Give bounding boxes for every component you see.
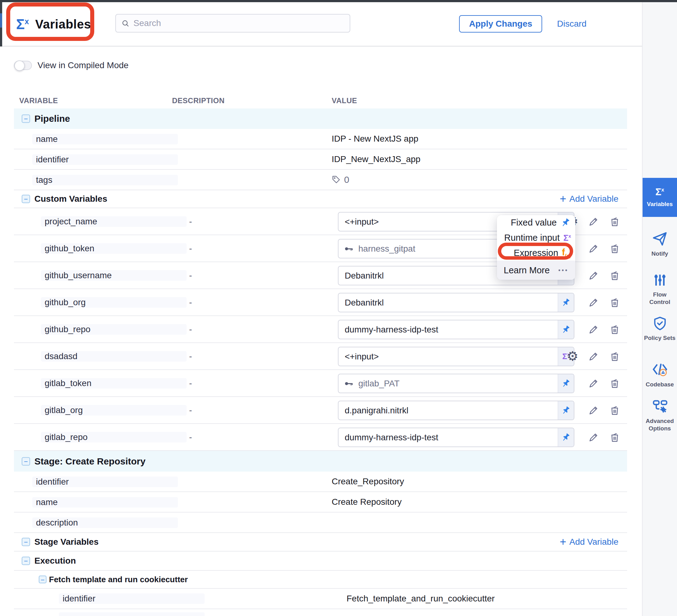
settings-button[interactable]: ⚙ (566, 349, 579, 363)
value-input[interactable]: d.panigrahi.nitrkl (338, 400, 574, 420)
variable-description: - (189, 432, 192, 442)
page-title: Variables (35, 17, 91, 31)
delete-button[interactable] (608, 404, 622, 417)
delete-button[interactable] (608, 376, 622, 390)
window-top-edge (0, 0, 677, 2)
code-warning-icon (651, 361, 668, 378)
variable-name: identifier (59, 594, 205, 604)
pencil-icon (588, 216, 599, 228)
pin-icon (561, 325, 571, 335)
compiled-mode-toggle[interactable] (14, 61, 32, 70)
pencil-icon (588, 243, 599, 254)
variable-name: github_token (41, 243, 187, 254)
variable-name: description (32, 517, 178, 528)
sidebar-item-notify[interactable]: Notify (643, 231, 677, 257)
column-header-description: DESCRIPTION (172, 96, 225, 105)
sidebar-item-variables[interactable]: Σx Variables (643, 178, 677, 217)
compiled-mode-label: View in Compiled Mode (38, 60, 129, 70)
value-input[interactable]: gitlab_PAT (338, 374, 574, 393)
add-variable-button[interactable]: +Add Variable (560, 536, 619, 548)
edit-button[interactable] (587, 376, 600, 390)
gear-icon: ⚙ (567, 350, 578, 363)
variable-name: github_username (41, 270, 187, 281)
section-label: Pipeline (34, 113, 70, 124)
delete-button[interactable] (608, 215, 622, 228)
search-box[interactable] (115, 14, 350, 33)
search-input[interactable] (134, 18, 344, 28)
learn-more-button[interactable]: Learn More ••• (497, 260, 575, 280)
edit-button[interactable] (587, 349, 600, 363)
input-type-chip[interactable] (558, 401, 574, 420)
panel-header: Σx Variables Apply Changes Discard (0, 2, 642, 46)
edit-button[interactable] (587, 242, 600, 255)
pin-icon (561, 379, 571, 388)
collapse-icon[interactable]: − (22, 557, 30, 565)
trash-icon (609, 350, 621, 362)
variable-value: Create Repository (332, 497, 402, 507)
pencil-icon (588, 350, 599, 362)
collapse-icon[interactable]: − (22, 457, 30, 465)
menu-item-runtime-input[interactable]: Runtime input Σx (497, 230, 575, 245)
edit-button[interactable] (587, 404, 600, 417)
edit-button[interactable] (587, 269, 600, 282)
collapse-icon[interactable]: − (22, 195, 30, 203)
section-label: Fetch template and run cookiecutter (49, 575, 188, 584)
trash-icon (609, 243, 621, 254)
plus-icon: + (560, 536, 566, 548)
section-stage-variables: − Stage Variables +Add Variable (14, 533, 627, 552)
pencil-icon (588, 377, 599, 389)
variable-name: identifier (32, 154, 178, 165)
variable-description: - (189, 217, 192, 227)
plus-icon: + (560, 193, 566, 204)
value-input[interactable]: <+input> Σx (338, 347, 574, 366)
menu-item-expression[interactable]: Expression f(x) (497, 245, 575, 260)
input-type-chip[interactable] (558, 320, 574, 339)
input-type-chip[interactable] (558, 293, 574, 312)
pencil-icon (588, 405, 599, 416)
delete-button[interactable] (608, 323, 622, 336)
pin-icon (560, 218, 571, 228)
input-type-chip[interactable] (558, 428, 574, 446)
value-input[interactable]: Debanitrkl (338, 293, 574, 312)
left-nav-sliver-accent (0, 13, 2, 28)
variable-name (59, 612, 205, 616)
edit-button[interactable] (587, 296, 600, 309)
apply-changes-button[interactable]: Apply Changes (459, 15, 542, 33)
delete-button[interactable] (608, 430, 622, 444)
value-input[interactable]: dummy-harness-idp-test (338, 320, 574, 339)
collapse-icon[interactable]: − (22, 115, 30, 123)
pipeline-tools-sidebar: Σx Variables Notify Flow Control Policy … (642, 2, 677, 616)
pin-icon (561, 406, 571, 416)
discard-button[interactable]: Discard (557, 19, 586, 29)
sidebar-item-advanced-options[interactable]: Advanced Options (643, 398, 677, 432)
delete-button[interactable] (608, 296, 622, 309)
sidebar-item-codebase[interactable]: Codebase (643, 361, 677, 388)
variable-name: gitlab_repo (41, 432, 187, 442)
pencil-icon (588, 431, 599, 443)
toggle-knob (14, 60, 25, 71)
edit-button[interactable] (587, 323, 600, 336)
table-row-gitlab-repo: gitlab_repo - dummy-harness-idp-test (14, 424, 627, 451)
section-pipeline: − Pipeline (14, 108, 627, 129)
trash-icon (609, 270, 621, 281)
trash-icon (609, 377, 621, 389)
delete-button[interactable] (608, 349, 622, 363)
menu-item-fixed-value[interactable]: Fixed value (497, 215, 575, 230)
input-type-chip[interactable] (558, 374, 574, 392)
delete-button[interactable] (608, 269, 622, 282)
section-label: Stage Variables (34, 537, 99, 547)
collapse-icon[interactable]: − (39, 576, 46, 583)
variable-description: - (189, 405, 192, 415)
collapse-icon[interactable]: − (22, 538, 30, 546)
table-row: identifier Create_Repository (14, 472, 627, 492)
table-row-gitlab-org: gitlab_org - d.panigrahi.nitrkl (14, 397, 627, 424)
sidebar-item-flow-control[interactable]: Flow Control (643, 272, 677, 306)
edit-button[interactable] (587, 215, 600, 228)
add-variable-button[interactable]: +Add Variable (560, 193, 619, 204)
sidebar-item-policy-sets[interactable]: Policy Sets (643, 316, 677, 342)
variable-name: dsadasd (41, 351, 187, 362)
value-input[interactable]: dummy-harness-idp-test (338, 428, 574, 447)
edit-button[interactable] (587, 430, 600, 444)
delete-button[interactable] (608, 242, 622, 255)
column-header-value: VALUE (332, 96, 357, 105)
